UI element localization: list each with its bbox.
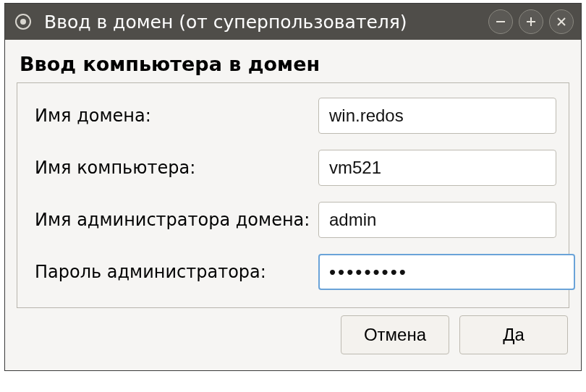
row-computer: Имя компьютера:	[35, 150, 554, 186]
form-panel: Имя домена: Имя компьютера: Имя админист…	[17, 82, 569, 308]
section-title: Ввод компьютера в домен	[8, 50, 578, 82]
dialog-window: Ввод в домен (от суперпользователя) Ввод…	[4, 3, 582, 371]
maximize-button[interactable]	[519, 9, 543, 34]
admin-name-label: Имя администратора домена:	[35, 210, 318, 230]
window-title: Ввод в домен (от суперпользователя)	[44, 12, 407, 33]
row-admin-password: Пароль администратора:	[35, 254, 554, 290]
close-button[interactable]	[549, 9, 574, 34]
titlebar: Ввод в домен (от суперпользователя)	[5, 4, 581, 40]
minimize-button[interactable]	[488, 9, 513, 34]
button-bar: Отмена Да	[8, 315, 578, 365]
admin-name-input[interactable]	[318, 202, 556, 238]
computer-label: Имя компьютера:	[35, 158, 318, 178]
window-controls	[488, 9, 574, 34]
row-admin-name: Имя администратора домена:	[35, 202, 554, 238]
ok-button[interactable]: Да	[459, 315, 568, 354]
app-icon	[15, 14, 31, 30]
row-domain: Имя домена:	[35, 98, 554, 134]
svg-point-1	[20, 19, 26, 25]
admin-password-input[interactable]	[318, 254, 575, 290]
cancel-button[interactable]: Отмена	[341, 315, 449, 354]
computer-input[interactable]	[318, 150, 556, 186]
admin-password-label: Пароль администратора:	[35, 262, 318, 282]
domain-input[interactable]	[318, 98, 556, 134]
dialog-content: Ввод компьютера в домен Имя домена: Имя …	[5, 40, 581, 370]
domain-label: Имя домена:	[35, 106, 318, 126]
